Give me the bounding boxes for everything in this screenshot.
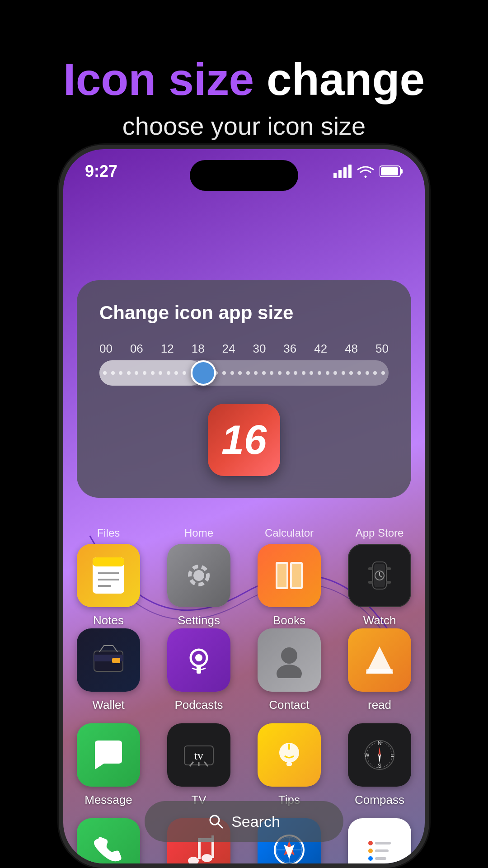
app-cell-contact[interactable]: Contact xyxy=(244,619,334,717)
app-cell-call[interactable]: Call xyxy=(63,809,154,868)
notes-app-icon[interactable] xyxy=(77,544,140,607)
app-cell-watch[interactable]: App Store Watch xyxy=(334,518,425,632)
status-time: 9:27 xyxy=(85,162,117,181)
slider-dot xyxy=(310,371,313,375)
watch-icon-svg xyxy=(361,557,398,594)
dynamic-island xyxy=(190,160,298,191)
app-cell-notes[interactable]: Files Notes xyxy=(63,518,154,632)
search-icon xyxy=(208,813,224,830)
contact-icon-svg xyxy=(271,642,307,678)
svg-point-63 xyxy=(368,849,373,853)
app-cell-tips[interactable]: Tips xyxy=(244,714,334,811)
app-grid-row-1: Files Notes Home xyxy=(63,518,425,632)
slider-fill xyxy=(99,360,203,386)
app-grid-row-2: Wallet Podcasts xyxy=(63,619,425,717)
app-cell-compass[interactable]: N S W E Compass xyxy=(334,714,425,811)
slider-dot xyxy=(230,371,234,375)
icon-size-popup: Change icon app size 00 06 12 18 24 30 3… xyxy=(77,280,411,498)
svg-rect-2 xyxy=(343,167,347,178)
slider-dot xyxy=(366,371,369,375)
slider-dot xyxy=(326,371,329,375)
slider-dot xyxy=(373,371,377,375)
slider-thumb[interactable] xyxy=(191,360,216,386)
search-bar[interactable]: Search xyxy=(145,801,343,842)
svg-rect-40 xyxy=(286,762,292,766)
contact-app-icon[interactable] xyxy=(258,628,321,692)
status-icons xyxy=(333,165,403,178)
app-label-appstore: App Store xyxy=(356,527,404,539)
podcasts-app-icon[interactable] xyxy=(167,628,230,692)
svg-text:S: S xyxy=(378,763,381,769)
wifi-icon xyxy=(357,165,374,178)
svg-point-12 xyxy=(193,570,204,581)
icon-size-slider[interactable] xyxy=(99,360,389,386)
reminder-app-icon[interactable] xyxy=(348,818,411,868)
battery-icon xyxy=(380,165,403,178)
popup-app-preview: 16 xyxy=(99,404,389,476)
wallet-icon-svg xyxy=(90,642,127,678)
app-cell-tv[interactable]: tv TV xyxy=(154,714,244,811)
svg-rect-26 xyxy=(386,581,391,584)
app-label-calculator: Calculator xyxy=(265,527,314,539)
phone-mockup: 9:27 xyxy=(59,145,429,868)
tips-app-icon[interactable] xyxy=(258,723,321,787)
svg-rect-8 xyxy=(93,557,124,566)
svg-rect-66 xyxy=(375,857,386,860)
read-app-icon[interactable] xyxy=(348,628,411,692)
app-cell-message[interactable]: Message xyxy=(63,714,154,811)
slider-dot xyxy=(254,371,258,375)
watch-app-icon[interactable] xyxy=(348,544,411,607)
popup-title: Change icon app size xyxy=(99,302,389,324)
tips-icon-svg xyxy=(271,737,307,773)
slider-dot xyxy=(294,371,297,375)
slider-dot xyxy=(222,371,226,375)
wallet-app-name: Wallet xyxy=(92,698,124,712)
tv-icon-svg: tv xyxy=(181,737,217,773)
settings-app-icon[interactable] xyxy=(167,544,230,607)
header-title-white: change xyxy=(254,54,425,104)
contact-app-name: Contact xyxy=(269,698,310,712)
svg-text:E: E xyxy=(390,752,394,758)
svg-line-68 xyxy=(218,823,222,828)
notes-icon-svg xyxy=(88,555,129,596)
app-label-files: Files xyxy=(97,527,120,539)
svg-text:W: W xyxy=(364,752,370,758)
search-bar-label: Search xyxy=(231,813,280,830)
svg-text:N: N xyxy=(378,740,382,746)
compass-app-icon[interactable]: N S W E xyxy=(348,723,411,787)
slider-labels: 00 06 12 18 24 30 36 42 48 50 xyxy=(99,342,389,356)
svg-rect-64 xyxy=(375,849,389,852)
app-cell-settings[interactable]: Home Settings xyxy=(154,518,244,632)
header: Icon size change choose your icon size xyxy=(0,0,488,168)
app-cell-books[interactable]: Calculator Books xyxy=(244,518,334,632)
message-app-icon[interactable] xyxy=(77,723,140,787)
podcasts-app-name: Podcasts xyxy=(175,698,223,712)
slider-dot xyxy=(262,371,266,375)
side-button-left xyxy=(59,249,62,285)
app-cell-reminder[interactable]: Reminder xyxy=(334,809,425,868)
settings-icon-svg xyxy=(181,557,217,594)
books-app-icon[interactable] xyxy=(258,544,321,607)
svg-point-50 xyxy=(188,857,199,865)
app-cell-podcasts[interactable]: Podcasts xyxy=(154,619,244,717)
side-button-right xyxy=(426,276,429,348)
svg-point-34 xyxy=(277,665,302,678)
svg-rect-36 xyxy=(366,669,393,674)
tv-app-icon[interactable]: tv xyxy=(167,723,230,787)
app-cell-wallet[interactable]: Wallet xyxy=(63,619,154,717)
slider-dot xyxy=(333,371,337,375)
reminder-icon-svg xyxy=(361,832,398,868)
svg-rect-24 xyxy=(386,567,391,570)
slider-dot xyxy=(246,371,250,375)
app16-icon: 16 xyxy=(208,404,280,476)
svg-rect-16 xyxy=(277,564,286,587)
wallet-app-icon[interactable] xyxy=(77,628,140,692)
compass-icon-svg: N S W E xyxy=(361,737,398,773)
svg-rect-3 xyxy=(348,165,352,178)
phone-frame: 9:27 xyxy=(59,145,429,868)
app-cell-read[interactable]: read xyxy=(334,619,425,717)
call-icon-svg xyxy=(90,832,127,868)
svg-rect-25 xyxy=(368,581,373,584)
call-app-icon[interactable] xyxy=(77,818,140,868)
slider-dot xyxy=(357,371,361,375)
